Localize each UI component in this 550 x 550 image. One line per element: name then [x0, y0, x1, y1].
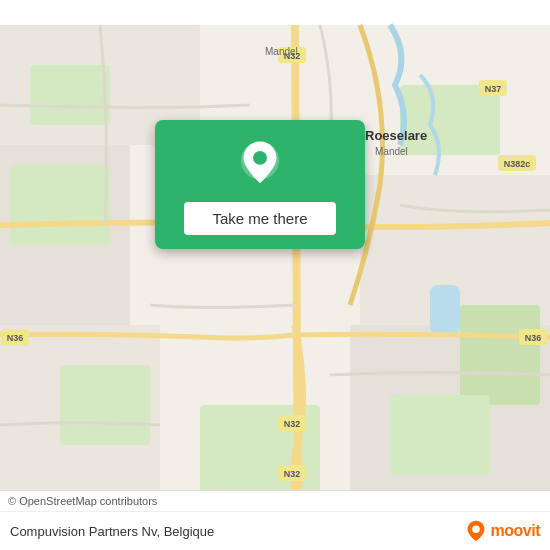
svg-rect-6	[30, 65, 110, 125]
svg-rect-7	[10, 165, 110, 245]
svg-rect-13	[430, 285, 460, 335]
attribution-row: © OpenStreetMap contributors	[0, 491, 550, 512]
svg-text:N32: N32	[284, 469, 301, 479]
info-row: Compuvision Partners Nv, Belgique moovit	[0, 512, 550, 550]
bottom-bar: © OpenStreetMap contributors Compuvision…	[0, 490, 550, 550]
svg-rect-10	[60, 365, 150, 445]
svg-text:N32: N32	[284, 419, 301, 429]
location-card: Take me there	[155, 120, 365, 249]
map-container: N32 N32 N32 N36 N36 N37 N382c Roeselare …	[0, 0, 550, 550]
moovit-pin-icon	[465, 520, 487, 542]
svg-text:Roeselare: Roeselare	[365, 128, 427, 143]
svg-text:N36: N36	[525, 333, 542, 343]
svg-rect-12	[390, 395, 490, 475]
svg-text:N37: N37	[485, 84, 502, 94]
attribution-text: © OpenStreetMap contributors	[8, 495, 157, 507]
svg-text:Mandel: Mandel	[375, 146, 408, 157]
moovit-logo: moovit	[465, 520, 540, 542]
map-background: N32 N32 N32 N36 N36 N37 N382c Roeselare …	[0, 0, 550, 550]
svg-rect-9	[460, 305, 540, 405]
svg-text:Mandel: Mandel	[265, 46, 298, 57]
svg-text:N382c: N382c	[504, 159, 531, 169]
svg-point-33	[472, 526, 480, 534]
location-pin-icon	[234, 138, 286, 190]
svg-point-32	[253, 151, 267, 165]
moovit-brand-text: moovit	[491, 522, 540, 540]
svg-text:N36: N36	[7, 333, 24, 343]
place-name: Compuvision Partners Nv, Belgique	[10, 524, 214, 539]
take-me-there-button[interactable]: Take me there	[184, 202, 335, 235]
